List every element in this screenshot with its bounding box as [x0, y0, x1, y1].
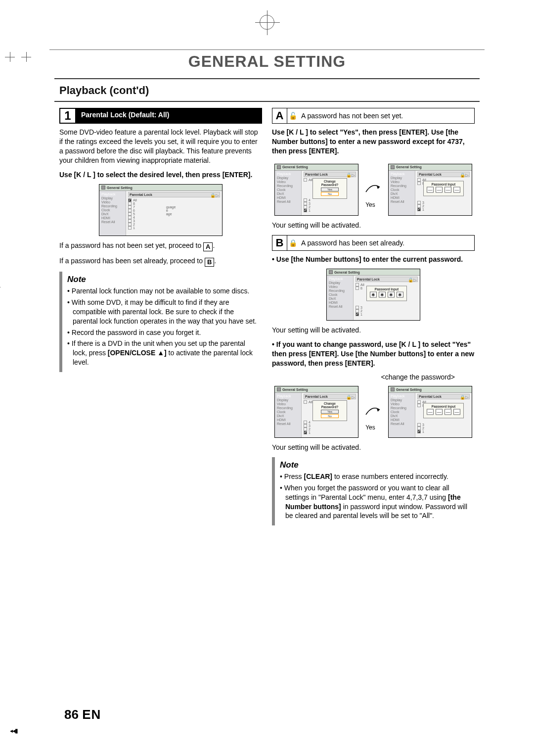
pw-digit[interactable]: —: [427, 409, 434, 415]
page-title: GENERAL SETTING: [49, 52, 485, 71]
box-a-instruct: Use [K / L ] to select "Yes", then press…: [272, 128, 475, 156]
activated-text: Your setting will be activated.: [272, 221, 475, 230]
proceed-a-text: If a password has not been set yet, proc…: [59, 241, 203, 249]
lock-icon: 🔒▷: [460, 395, 469, 400]
pw-digit[interactable]: —: [453, 409, 460, 415]
note-item: Record the password in case you forget i…: [67, 328, 257, 337]
yes-label: Yes: [365, 424, 375, 431]
level-5: 5: [133, 212, 135, 216]
crop-cross: [7, 54, 12, 59]
box-a-header: A 🔓 A password has not been set yet.: [272, 108, 475, 124]
ui-screenshot-change-pw-2: General Setting Playback Display Video R…: [274, 386, 358, 438]
dialog-yes-button[interactable]: Yes: [321, 410, 339, 414]
proceed-a-line: If a password has not been set yet, proc…: [59, 241, 262, 251]
box-a-ref: A: [203, 242, 213, 251]
level-2: 2: [133, 223, 135, 226]
note-item: With some DVD, it may be difficult to fi…: [67, 298, 257, 326]
dialog-change-password: Change Password? Yes No: [312, 178, 347, 199]
pw-digit[interactable]: ✱: [397, 292, 403, 298]
pw-digit[interactable]: —: [427, 187, 434, 192]
level-4: 4: [133, 216, 135, 219]
dialog-no-button[interactable]: No: [321, 414, 339, 418]
level-7: 7: [133, 205, 135, 209]
crop-cross: [24, 54, 29, 59]
window-icon: [101, 186, 105, 189]
level-3: 3: [133, 219, 135, 223]
arrow-icon: [365, 180, 382, 194]
ss-title-text: General Setting: [107, 186, 133, 189]
yes-label: Yes: [365, 201, 375, 208]
title-underline: [54, 78, 480, 79]
sidebar-item-clock: Clock: [101, 208, 124, 212]
note-block-2: Note Press [CLEAR] to erase numbers ente…: [272, 457, 475, 525]
box-a-letter: A: [272, 108, 287, 123]
box-b-instruct1: • Use [the Number buttons] to enter the …: [272, 255, 475, 264]
page-frame: GENERAL SETTING Playback (cont'd) 1 Pare…: [49, 49, 485, 732]
note-item: Parental lock function may not be availa…: [67, 286, 257, 296]
intro-text: Some DVD-video feature a parental lock l…: [59, 128, 262, 165]
box-b-ref: B: [205, 258, 214, 267]
pw-digit[interactable]: —: [453, 187, 460, 192]
step-header: 1 Parental Lock (Default: All): [59, 108, 262, 124]
ui-screenshot-pw-input-stars: General Setting Playback Display Video R…: [326, 269, 420, 321]
change-pw-caption: <change the password>: [272, 373, 455, 381]
section-underline: [54, 101, 480, 102]
sidebar-item-display: Display: [101, 196, 124, 200]
ss-main: Parental Lock 🔒▷ All 8 7guage 6e 5age 4 …: [126, 191, 222, 236]
level-6: 6: [133, 209, 135, 212]
pw-digit[interactable]: —: [445, 187, 451, 192]
instruction-text: Use [K / L ] to select the desired level…: [59, 170, 262, 180]
level-all: All: [133, 198, 137, 202]
pw-digit[interactable]: —: [436, 187, 443, 192]
pw-digit[interactable]: ✱: [379, 292, 386, 298]
sidebar-item-divx: DivX: [101, 212, 124, 216]
section-title: Playback (cont'd): [59, 84, 485, 97]
sidebar-item-recording: Recording: [101, 204, 124, 208]
screenshot-pair-a: General Setting Playback Display Video R…: [272, 161, 475, 221]
proceed-b-line: If a password has been set already, proc…: [59, 256, 262, 267]
pw-digit[interactable]: ✱: [388, 292, 395, 298]
sidebar-item-hdmi: HDMI: [101, 216, 124, 220]
note-title: Note: [67, 275, 257, 284]
dialog-password-input: Password Input ✱ ✱ ✱ ✱: [366, 286, 407, 301]
right-column: A 🔓 A password has not been set yet. Use…: [272, 108, 475, 525]
box-b-instruct2: • If you want to change password, use [K…: [272, 340, 475, 368]
pw-digit[interactable]: —: [436, 409, 443, 415]
proceed-b-text: If a password has been set already, proc…: [59, 257, 205, 265]
ss-title: General Setting: [99, 185, 222, 191]
lock-icon: 🔒▷: [460, 173, 469, 178]
dialog-yes-button[interactable]: Yes: [321, 188, 339, 191]
rewind-icon: ◂◂▮: [10, 727, 18, 734]
dialog-password-input: Password Input — — — —: [423, 403, 464, 419]
dialog-no-button[interactable]: No: [321, 192, 339, 196]
sidebar-item-video: Video: [101, 200, 124, 204]
ui-screenshot-pw-input-blank: General Setting Playback Display Video R…: [388, 164, 472, 216]
box-b-header: B 🔒 A password has been set already.: [272, 235, 475, 251]
note-block-1: Note Parental lock function may not be a…: [59, 272, 262, 372]
level-1: 1: [133, 226, 135, 230]
lock-icon: 🔒▷: [210, 193, 219, 198]
step-label: Parental Lock (Default: All): [76, 108, 262, 124]
step-number: 1: [59, 108, 76, 124]
unlock-icon: 🔓: [287, 112, 298, 120]
ss-level-list: All 8 7guage 6e 5age 4 3 2 1: [128, 198, 220, 230]
page-lang: EN: [82, 707, 101, 722]
activated-text: Your setting will be activated.: [272, 326, 475, 335]
note-title: Note: [280, 460, 470, 470]
sidebar-item-resetall: Reset All: [101, 220, 124, 224]
pw-digit[interactable]: ✱: [370, 292, 377, 298]
ui-screenshot-pw-input-blank-2: General Setting Playback Display Video R…: [388, 386, 472, 438]
dialog-change-password: Change Password? Yes No: [312, 400, 347, 421]
note-item: When you forget the password or you want…: [280, 483, 470, 521]
ss-sidebar: Playback Display Video Recording Clock D…: [99, 191, 126, 236]
lock-icon: 🔒: [287, 239, 298, 247]
sidebar-item-playback: Playback: [101, 192, 124, 196]
box-b-letter: B: [272, 236, 287, 250]
dialog-password-input: Password Input — — — —: [423, 181, 464, 196]
lock-icon: 🔒▷: [408, 278, 417, 283]
left-column: 1 Parental Lock (Default: All) Some DVD-…: [59, 108, 262, 525]
note-item: Press [CLEAR] to erase numbers entered i…: [280, 472, 470, 481]
page-number: 86 EN: [64, 707, 101, 722]
screenshot-pair-b: General Setting Playback Display Video R…: [272, 383, 475, 443]
pw-digit[interactable]: —: [445, 409, 451, 415]
